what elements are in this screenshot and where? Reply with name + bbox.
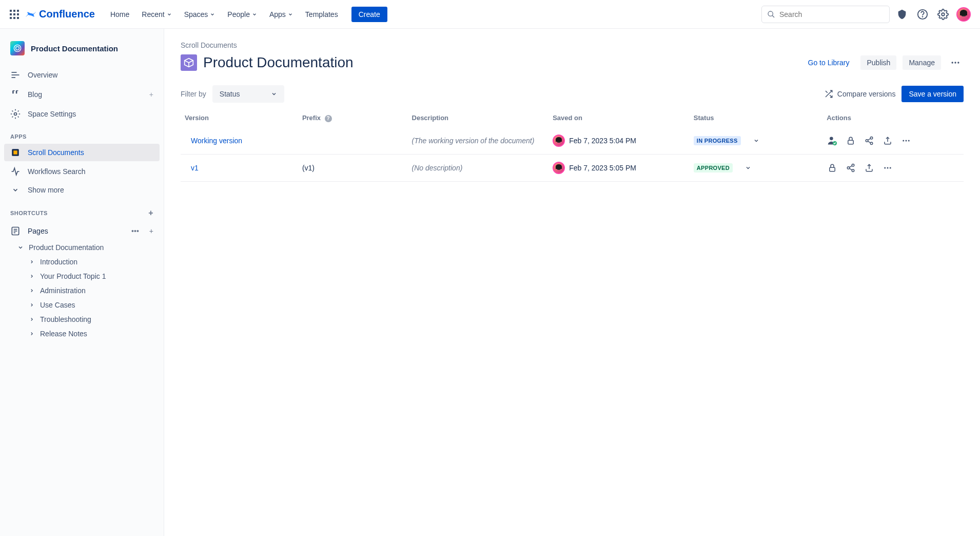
- saved-cell: Feb 7, 2023 5:04 PM: [553, 135, 685, 147]
- status-dropdown-icon[interactable]: [745, 165, 751, 171]
- sidebar-item-overview[interactable]: Overview: [4, 66, 160, 84]
- svg-rect-6: [10, 17, 12, 19]
- user-avatar[interactable]: [553, 135, 565, 147]
- top-nav: HomeRecent Spaces People Apps Templates: [105, 7, 343, 22]
- chevron-right-icon[interactable]: [28, 259, 36, 264]
- app-switcher-icon[interactable]: [8, 8, 21, 21]
- chevron-right-icon[interactable]: [28, 317, 36, 322]
- help-icon[interactable]: ?: [325, 115, 332, 122]
- add-icon[interactable]: +: [149, 90, 153, 99]
- confluence-logo[interactable]: Confluence: [25, 8, 95, 21]
- sidebar-app-workflows-search[interactable]: Workflows Search: [4, 162, 160, 181]
- svg-point-46: [852, 169, 855, 172]
- export-icon[interactable]: [864, 162, 875, 174]
- blog-icon: [10, 89, 21, 100]
- chevron-icon: [10, 186, 21, 194]
- status-filter-dropdown[interactable]: Status: [212, 85, 284, 103]
- chevron-right-icon[interactable]: [28, 288, 36, 293]
- share-icon[interactable]: [845, 162, 856, 174]
- manage-button[interactable]: Manage: [903, 55, 941, 70]
- tree-item[interactable]: Your Product Topic 1: [4, 269, 160, 283]
- filter-value: Status: [220, 90, 240, 98]
- status-dropdown-icon[interactable]: [753, 138, 759, 144]
- lock-icon[interactable]: [845, 135, 856, 146]
- row-more-icon[interactable]: [882, 162, 893, 174]
- workflow-icon: [10, 166, 21, 177]
- save-version-button[interactable]: Save a version: [901, 86, 964, 102]
- create-button[interactable]: Create: [351, 7, 387, 22]
- sidebar-app-show-more[interactable]: Show more: [4, 182, 160, 198]
- tree-item[interactable]: Troubleshooting: [4, 312, 160, 327]
- nav-home[interactable]: Home: [105, 7, 134, 22]
- sidebar-item-space-settings[interactable]: Space Settings: [4, 105, 160, 123]
- share-icon[interactable]: [864, 135, 875, 146]
- svg-point-44: [852, 164, 855, 166]
- nav-spaces[interactable]: Spaces: [179, 7, 221, 22]
- nav-templates[interactable]: Templates: [300, 7, 343, 22]
- compare-versions-button[interactable]: Compare versions: [824, 89, 896, 99]
- shortcuts-section-header: SHORTCUTS +: [4, 199, 160, 222]
- nav-apps[interactable]: Apps: [264, 7, 298, 22]
- versions-table: VersionPrefix ?DescriptionSaved onStatus…: [181, 109, 964, 182]
- page-title: Product Documentation: [203, 54, 797, 71]
- chevron-down-icon[interactable]: [16, 244, 25, 251]
- chevron-right-icon[interactable]: [28, 274, 36, 279]
- tree-root[interactable]: Product Documentation: [4, 240, 160, 255]
- chevron-right-icon[interactable]: [28, 302, 36, 308]
- svg-rect-34: [848, 140, 854, 144]
- tree-item[interactable]: Administration: [4, 283, 160, 298]
- space-header[interactable]: Product Documentation: [4, 39, 160, 66]
- breadcrumb[interactable]: Scroll Documents: [181, 41, 964, 49]
- svg-point-35: [871, 137, 873, 139]
- person-check-icon[interactable]: [827, 135, 838, 146]
- svg-line-31: [826, 91, 828, 93]
- row-more-icon[interactable]: [900, 135, 912, 146]
- tree-item[interactable]: Release Notes: [4, 327, 160, 341]
- description-cell: (The working version of the document): [412, 137, 535, 145]
- svg-rect-0: [10, 10, 12, 12]
- tree-item[interactable]: Introduction: [4, 255, 160, 269]
- space-icon: [10, 41, 25, 55]
- settings-icon[interactable]: [935, 6, 951, 23]
- add-page-icon[interactable]: +: [149, 227, 153, 235]
- nav-recent[interactable]: Recent: [136, 7, 177, 22]
- help-icon[interactable]: [914, 6, 931, 23]
- publish-button[interactable]: Publish: [860, 55, 896, 70]
- profile-avatar[interactable]: [955, 6, 972, 23]
- notifications-icon[interactable]: [894, 6, 910, 23]
- export-icon[interactable]: [882, 135, 893, 146]
- search-box[interactable]: [761, 6, 890, 23]
- add-shortcut-icon[interactable]: +: [148, 208, 153, 218]
- saved-cell: Feb 7, 2023 5:05 PM: [553, 162, 685, 174]
- user-avatar[interactable]: [553, 162, 565, 174]
- svg-line-10: [772, 15, 774, 17]
- sidebar-app-scroll-documents[interactable]: Scroll Documents: [4, 144, 160, 161]
- search-input[interactable]: [779, 10, 884, 18]
- lock-icon[interactable]: [827, 162, 838, 174]
- nav-people[interactable]: People: [222, 7, 262, 22]
- pages-header[interactable]: Pages ••• +: [4, 222, 160, 240]
- gear-icon: [10, 109, 21, 119]
- more-actions-icon[interactable]: [947, 54, 964, 71]
- column-header: Prefix ?: [298, 109, 408, 127]
- svg-point-26: [952, 62, 953, 63]
- version-link[interactable]: v1: [185, 164, 199, 172]
- document-icon: [181, 54, 197, 71]
- svg-point-14: [16, 47, 19, 50]
- brand-name: Confluence: [39, 8, 95, 20]
- svg-rect-1: [13, 10, 15, 12]
- column-header: Status: [690, 109, 822, 127]
- version-link[interactable]: Working version: [185, 137, 242, 145]
- svg-point-28: [957, 62, 959, 63]
- svg-rect-43: [830, 167, 835, 171]
- pages-more-icon[interactable]: •••: [128, 227, 142, 235]
- svg-rect-2: [17, 10, 19, 12]
- tree-item[interactable]: Use Cases: [4, 298, 160, 312]
- go-to-library-link[interactable]: Go to Library: [803, 55, 855, 70]
- svg-line-48: [850, 168, 852, 170]
- sidebar-item-blog[interactable]: Blog+: [4, 85, 160, 104]
- tree-root-label: Product Documentation: [29, 243, 104, 252]
- pages-icon: [10, 226, 21, 236]
- chevron-down-icon: [271, 91, 277, 97]
- chevron-right-icon[interactable]: [28, 331, 36, 336]
